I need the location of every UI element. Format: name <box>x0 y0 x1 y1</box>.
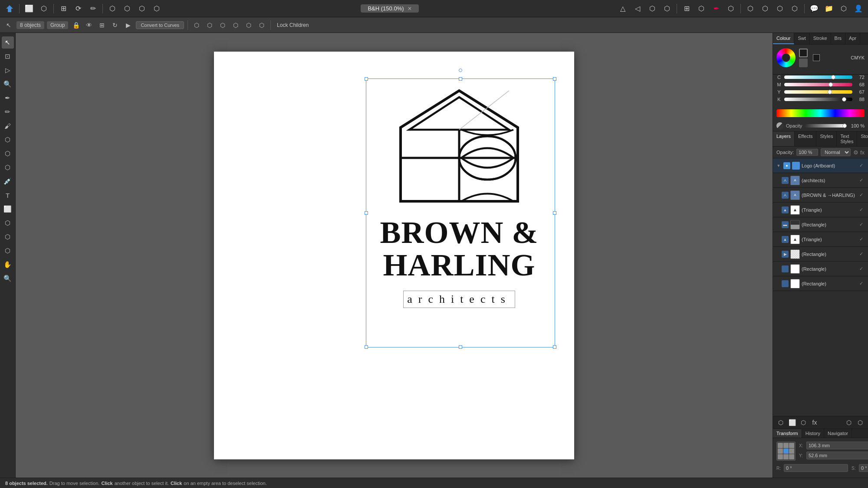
slider-k-thumb[interactable] <box>842 97 846 102</box>
new-icon[interactable]: ⬜ <box>23 3 35 15</box>
pencil-tool-btn[interactable]: ✏ <box>2 106 14 118</box>
arrange4-icon[interactable]: ⬡ <box>151 3 163 15</box>
anchor-dot[interactable] <box>789 443 794 448</box>
tab-styles[interactable]: Styles <box>816 131 837 146</box>
layer-item-rect1[interactable]: ▬ (Rectangle) ✓ <box>773 217 868 232</box>
zoom2-tool-btn[interactable]: 🔍 <box>2 272 14 285</box>
tab-layers[interactable]: Layers <box>773 131 795 146</box>
align-top-icon[interactable]: ⬡ <box>230 20 241 30</box>
crop-tool-btn[interactable]: ▷ <box>2 64 14 76</box>
artboard-check-icon[interactable]: ✓ <box>859 163 865 169</box>
brown-check-icon[interactable]: ✓ <box>859 192 865 198</box>
slider-y-track[interactable] <box>784 90 852 94</box>
layer-item-triangle2[interactable]: ▲ ▲ (Triangle) ✓ <box>773 232 868 247</box>
tab-transform[interactable]: Transform <box>773 429 802 438</box>
layers-add-group-icon[interactable]: ⬜ <box>788 418 796 427</box>
visibility-icon[interactable]: 👁 <box>84 20 94 30</box>
blend-mode-select[interactable]: Normal <box>821 148 851 156</box>
select-tool[interactable]: ↖ <box>3 20 14 30</box>
grid-icon[interactable]: ⊞ <box>681 3 693 15</box>
anchor-dot[interactable] <box>778 449 783 454</box>
fill-swatch[interactable] <box>799 49 808 57</box>
zoom-tool-btn[interactable]: 🔍 <box>2 78 14 90</box>
handle-br[interactable] <box>553 345 556 349</box>
symmetry-icon[interactable]: △ <box>617 3 629 15</box>
pen-icon[interactable]: ✏ <box>87 3 99 15</box>
handle-ml[interactable] <box>365 211 368 215</box>
color-gradient-bar[interactable] <box>776 109 865 117</box>
rect-white2-check-icon[interactable]: ✓ <box>859 281 865 287</box>
opacity-thumb[interactable] <box>842 124 847 128</box>
align-bottom-icon[interactable]: ⬡ <box>256 20 267 30</box>
slider-k-track[interactable] <box>784 98 852 101</box>
tab-navigator[interactable]: Navigator <box>824 429 852 438</box>
back-icon[interactable]: ◁ <box>631 3 644 15</box>
align-left-icon[interactable]: ⬡ <box>191 20 202 30</box>
anchor-dot[interactable] <box>789 449 794 454</box>
shape-tool-btn[interactable]: ⬡ <box>2 217 14 229</box>
art-tool-btn[interactable]: ⬡ <box>2 231 14 243</box>
layers-opacity-input[interactable] <box>796 149 818 156</box>
artboard-expand-icon[interactable]: ▼ <box>776 163 782 169</box>
layers-settings-icon[interactable]: ⬡ <box>856 418 865 427</box>
anchor-dot[interactable] <box>789 454 794 459</box>
anchor-dot[interactable] <box>783 443 789 448</box>
transform-x-input[interactable]: 106.3 mm <box>806 442 868 449</box>
layer-item-artboard[interactable]: ▼ ● Logo (Artboard) ✓ <box>773 158 868 173</box>
tab-apr[interactable]: Apr <box>845 33 860 44</box>
layers-panel-icon[interactable]: ⬡ <box>776 418 785 427</box>
tab-colour[interactable]: Colour <box>773 33 794 44</box>
view-icon[interactable]: ⊞ <box>57 3 69 15</box>
tab-text-styles[interactable]: Text Styles <box>837 131 857 146</box>
layer-item-architects[interactable]: A A (architects) ✓ <box>773 173 868 188</box>
anchor-dot[interactable] <box>783 454 789 459</box>
align-center-h-icon[interactable]: ⬡ <box>204 20 215 30</box>
lock-children-label[interactable]: Lock Children <box>274 21 311 29</box>
triangle1-check-icon[interactable]: ✓ <box>859 207 865 213</box>
rect-group-expand-icon[interactable]: ▶ <box>782 251 789 258</box>
brush-tool-btn[interactable]: 🖌 <box>2 120 14 132</box>
anchor-dot-active[interactable] <box>783 449 789 454</box>
move-icon[interactable]: ▶ <box>123 20 133 30</box>
transform-y-input[interactable]: 52.6 mm <box>806 452 868 459</box>
convert-curves-btn[interactable]: Convert to Curves <box>136 21 184 29</box>
transform-r-input[interactable] <box>784 464 848 472</box>
layer-item-brown-harling[interactable]: A A (BROWN & →HARLING) ✓ <box>773 188 868 203</box>
app-icon[interactable] <box>3 3 16 15</box>
rect-tool-btn[interactable]: ⬜ <box>2 203 14 215</box>
layer-item-rect-white2[interactable]: (Rectangle) ✓ <box>773 276 868 291</box>
color-adj-icon[interactable]: ⬡ <box>774 3 786 15</box>
eyedropper-tool-btn[interactable]: 💉 <box>2 175 14 187</box>
warp-tool-btn[interactable]: ⬡ <box>2 245 14 257</box>
eraser-tool-btn[interactable]: ⬡ <box>2 134 14 146</box>
current-color-swatch[interactable] <box>813 54 820 61</box>
rotation-handle[interactable] <box>459 69 462 72</box>
comments-icon[interactable]: 💬 <box>808 3 820 15</box>
layers-fx-icon[interactable]: fx <box>810 418 819 427</box>
anchor-dot[interactable] <box>778 443 783 448</box>
red-pen2-icon[interactable]: ⬡ <box>725 3 737 15</box>
export2-icon[interactable]: ⬡ <box>838 3 850 15</box>
pen-tool-btn[interactable]: ✒ <box>2 92 14 104</box>
duplicate-icon[interactable]: ⬡ <box>744 3 756 15</box>
transform-s-input[interactable] <box>859 464 868 472</box>
slider-m-thumb[interactable] <box>829 82 833 87</box>
layer-item-rect-group[interactable]: ▶ (Rectangle) ✓ <box>773 247 868 262</box>
handle-tr[interactable] <box>553 77 556 81</box>
handle-bl[interactable] <box>365 345 368 349</box>
architects-check-icon[interactable]: ✓ <box>859 177 865 183</box>
close-icon[interactable]: ✕ <box>408 6 412 12</box>
snap-icon[interactable]: ⬡ <box>695 3 707 15</box>
slider-y-thumb[interactable] <box>828 90 832 94</box>
layers-add-icon2[interactable]: ⬡ <box>799 418 808 427</box>
color-model-label[interactable]: CMYK <box>851 55 865 60</box>
arrange1-icon[interactable]: ⬡ <box>106 3 118 15</box>
arrange2-icon[interactable]: ⬡ <box>121 3 133 15</box>
arrange3-icon[interactable]: ⬡ <box>136 3 148 15</box>
tab-effects[interactable]: Effects <box>795 131 816 146</box>
fill-tool-btn[interactable]: ⬡ <box>2 147 14 160</box>
share-icon[interactable]: ⬡ <box>38 3 50 15</box>
handle-tl[interactable] <box>365 77 368 81</box>
stroke-swatch[interactable] <box>799 59 808 67</box>
triangle2-check-icon[interactable]: ✓ <box>859 236 865 242</box>
